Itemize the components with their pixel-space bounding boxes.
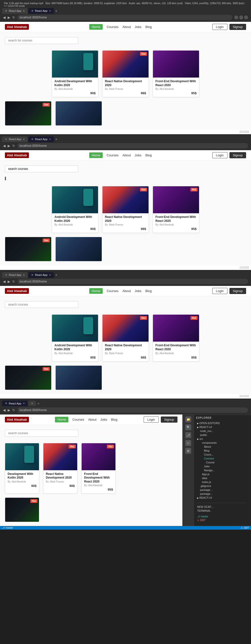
nav-about-1[interactable]: About: [123, 25, 131, 29]
explorer-react-ui-bottom[interactable]: REACT-UI: [196, 496, 246, 500]
login-button-4[interactable]: Login: [144, 416, 159, 422]
signup-button-4[interactable]: Signup: [161, 416, 178, 422]
course-card-android-4[interactable]: Development With Kotlin 2020 By: Abd Alw…: [5, 443, 39, 494]
course-card-rn-3[interactable]: Hot React Native Development 2020 By: Ma…: [102, 314, 149, 361]
course-card-mobile-1[interactable]: [55, 101, 102, 126]
refresh-button-2[interactable]: ↻: [12, 144, 15, 148]
nav-blog-2[interactable]: Blog: [145, 154, 152, 157]
url-input-2[interactable]: [17, 143, 248, 148]
vscode-debug-icon[interactable]: ▷: [185, 440, 191, 446]
nav-about-2[interactable]: About: [123, 154, 131, 157]
vscode-extensions-icon[interactable]: ⊞: [185, 448, 191, 454]
refresh-button-3[interactable]: ↻: [12, 280, 15, 284]
url-input-4[interactable]: [17, 408, 248, 413]
tab-close-2a[interactable]: ✕: [23, 138, 25, 141]
course-card-rn-2[interactable]: Hot React Native Development 2020 By: Ma…: [102, 186, 149, 233]
new-scaffold[interactable]: NEW SCAF...: [196, 505, 246, 509]
nav-blog-1[interactable]: Blog: [145, 25, 152, 29]
back-button-1[interactable]: ◀: [3, 16, 6, 20]
explorer-cours[interactable]: Cours...: [196, 452, 246, 456]
search-input-3[interactable]: [5, 301, 78, 308]
nav-home-4[interactable]: Home: [55, 417, 68, 422]
nav-home-3[interactable]: Home: [89, 288, 103, 294]
explorer-blog[interactable]: Blog: [196, 449, 246, 452]
url-input-3[interactable]: [17, 279, 248, 284]
course-card-mobile-2[interactable]: [55, 237, 102, 262]
tab-close-2b[interactable]: ✕: [49, 138, 51, 141]
course-card-code-3[interactable]: Hot: [5, 366, 51, 390]
course-card-code-2[interactable]: Hot: [5, 237, 51, 262]
search-input-4[interactable]: [5, 430, 78, 436]
refresh-button-1[interactable]: ↻: [12, 16, 15, 20]
tab-react-2[interactable]: ⚛ React App ✕: [28, 8, 54, 14]
nav-about-4[interactable]: About: [88, 418, 97, 422]
course-card-fe-4[interactable]: Hot Front-End Development With React 202…: [81, 443, 116, 494]
explorer-src[interactable]: src: [196, 437, 246, 441]
explorer-package-lock[interactable]: package...: [196, 488, 246, 492]
explorer-react-ui[interactable]: REACT-UI: [196, 425, 246, 429]
explorer-public[interactable]: public: [196, 433, 246, 437]
refresh-button-4[interactable]: ↻: [12, 408, 15, 412]
new-tab-button-1[interactable]: +: [54, 8, 58, 14]
course-card-android-1[interactable]: Android Development With Kotlin 2020 By:…: [52, 50, 98, 97]
url-input-1[interactable]: [17, 15, 232, 20]
course-card-code-4[interactable]: Hot: [5, 498, 39, 522]
tab-close-4b[interactable]: ✕: [31, 402, 33, 405]
course-card-code-1[interactable]: Hot: [5, 101, 51, 126]
login-button-3[interactable]: Login: [212, 288, 228, 294]
explorer-components[interactable]: components: [196, 441, 246, 445]
nav-jobs-1[interactable]: Jobs: [135, 25, 141, 29]
forward-button-1[interactable]: ▶: [7, 16, 10, 20]
search-input-1[interactable]: [5, 37, 78, 44]
course-card-fe-2[interactable]: Hot Front-End Development With React 202…: [153, 186, 199, 233]
nav-about-3[interactable]: About: [123, 289, 131, 293]
course-card-fe-3[interactable]: Hot Front-End Development With React 202…: [153, 314, 199, 361]
vscode-search-icon[interactable]: 🔍: [185, 424, 191, 430]
nav-home-1[interactable]: Home: [89, 24, 103, 30]
explorer-about[interactable]: About: [196, 445, 246, 449]
course-card-android-3[interactable]: Android Development With Kotlin 2020 By:…: [52, 314, 98, 361]
explorer-package-json[interactable]: package...: [196, 492, 246, 496]
nav-home-2[interactable]: Home: [89, 152, 103, 158]
nav-jobs-3[interactable]: Jobs: [135, 289, 141, 293]
explorer-app-js[interactable]: App.js: [196, 472, 246, 476]
course-card-android-2[interactable]: Android Development With Kotlin 2020 By:…: [52, 186, 98, 233]
nav-jobs-4[interactable]: Jobs: [100, 418, 107, 422]
explorer-data[interactable]: data: [196, 476, 246, 480]
search-input-2[interactable]: [5, 166, 78, 172]
new-tab-button-2[interactable]: +: [54, 136, 58, 142]
nav-blog-3[interactable]: Blog: [145, 289, 152, 293]
explorer-courses[interactable]: Courses: [196, 456, 246, 460]
back-button-3[interactable]: ◀: [3, 280, 6, 284]
terminal-item[interactable]: TERMINAL: [196, 509, 246, 513]
explorer-jobs[interactable]: Jobs: [196, 464, 246, 468]
tab-react-4a[interactable]: ⚛ React App ✕: [2, 400, 28, 406]
nav-courses-3[interactable]: Courses: [107, 289, 118, 293]
tab-react-2a[interactable]: ⚛ React App ✕: [2, 136, 28, 142]
tab-react-2b[interactable]: ⚛ React App ✕: [28, 136, 54, 142]
explorer-open-editors[interactable]: OPEN EDITORS: [196, 421, 246, 425]
nav-blog-4[interactable]: Blog: [111, 418, 117, 422]
new-tab-button-4[interactable]: +: [36, 400, 40, 406]
course-card-rn-4[interactable]: Hot React Native Development 2020 By: Ma…: [43, 443, 77, 494]
forward-button-4[interactable]: ▶: [7, 408, 10, 412]
tab-close-4a[interactable]: ✕: [23, 402, 25, 405]
tab-close-1[interactable]: ✕: [23, 10, 25, 12]
tab-react-3a[interactable]: ⚛ React App ✕: [2, 272, 28, 278]
nav-courses-4[interactable]: Courses: [72, 418, 84, 422]
forward-button-2[interactable]: ▶: [7, 144, 10, 148]
signup-button-2[interactable]: Signup: [230, 152, 246, 158]
course-card-react-native-1[interactable]: Hot React Native Development 2020 By: Ma…: [102, 50, 149, 97]
signup-button-3[interactable]: Signup: [230, 288, 246, 294]
explorer-node-modules[interactable]: node_mo...: [196, 429, 246, 433]
signup-button-1[interactable]: Signup: [230, 24, 246, 30]
course-card-mobile-3[interactable]: [55, 366, 102, 390]
explorer-index-js[interactable]: index.js: [196, 480, 246, 484]
back-button-4[interactable]: ◀: [3, 408, 6, 412]
explorer-course[interactable]: Course: [196, 460, 246, 464]
nav-jobs-2[interactable]: Jobs: [135, 154, 141, 157]
vscode-git-icon[interactable]: ⎇: [185, 432, 191, 438]
nav-courses-2[interactable]: Courses: [107, 154, 118, 157]
new-tab-button-3[interactable]: +: [54, 272, 58, 278]
course-card-frontend-1[interactable]: Front-End Development With React 2020 By…: [153, 50, 199, 97]
